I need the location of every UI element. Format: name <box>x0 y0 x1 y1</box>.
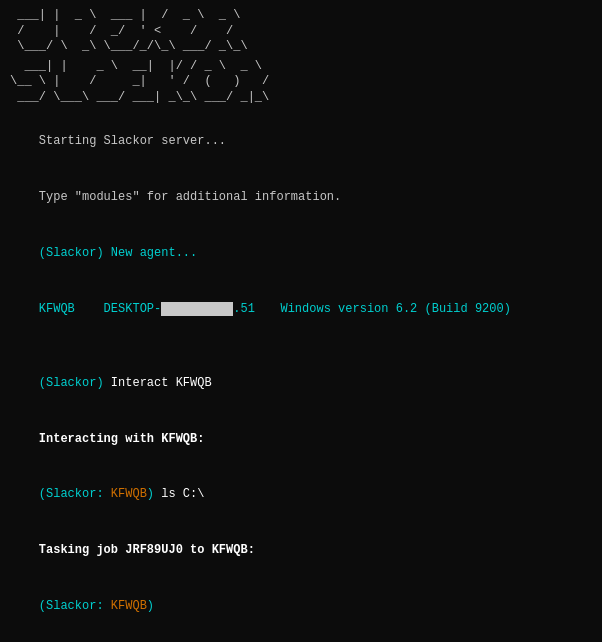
terminal-window: ___| | _ \ ___ | / _ \ _ \ / | / _/ ' < … <box>10 8 592 642</box>
interact-cmd: (Slackor) Interact KFWQB <box>10 355 592 411</box>
ascii-banner: ___| | _ \ ___ | / _ \ _ \ / | / _/ ' < … <box>10 8 592 55</box>
message-from: Message from client KFWQB for job JRF89U… <box>10 634 592 642</box>
startup-line2: Type "modules" for additional informatio… <box>10 169 592 225</box>
prompt-ls: (Slackor: KFWQB) ls C:\ <box>10 467 592 523</box>
tasking-line: Tasking job JRF89UJ0 to KFWQB: <box>10 523 592 579</box>
startup-prompt1: (Slackor) New agent... <box>10 225 592 281</box>
ascii-banner-slackor: ___| | _ \ __| |/ / _ \ _ \ \__ \ | / _|… <box>10 59 592 106</box>
interacting-with: Interacting with KFWQB: <box>10 411 592 467</box>
blank-line <box>10 337 592 356</box>
agent-info-line: KFWQB DESKTOP- .51 Windows version 6.2 (… <box>10 281 592 337</box>
startup-line1: Starting Slackor server... <box>10 114 592 170</box>
prompt-empty: (Slackor: KFWQB) <box>10 578 592 634</box>
